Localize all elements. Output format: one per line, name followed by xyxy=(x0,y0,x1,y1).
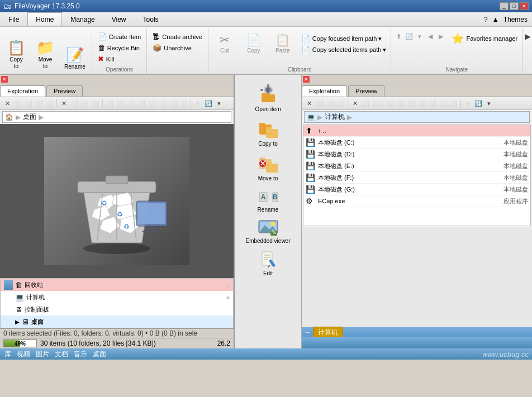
bottom-bar-item-photo[interactable]: 图片 xyxy=(36,350,49,359)
right-tb-b1[interactable]: ⬜ xyxy=(315,98,325,108)
left-tb-b3[interactable]: ⬜ xyxy=(34,98,44,108)
themes-button[interactable]: Themes xyxy=(504,16,528,23)
menu-home[interactable]: Home xyxy=(27,12,62,26)
right-tb-view7[interactable]: ⬜ xyxy=(449,98,459,108)
left-tb-view2[interactable]: ⬜ xyxy=(115,98,125,108)
move-to-mid-button[interactable]: ✕ Move to xyxy=(237,151,299,184)
nav-history-button[interactable]: ▾ xyxy=(415,31,425,41)
copy-to-mid-button[interactable]: → Copy to xyxy=(237,116,299,150)
left-crumb-desktop[interactable]: 桌面 xyxy=(23,112,36,122)
collapse-icon[interactable]: ▲ xyxy=(492,16,499,23)
list-item[interactable]: 💻 计算机 ≡ xyxy=(1,291,233,303)
right-tb-b4[interactable]: ⬜ xyxy=(360,98,370,108)
nav-up-button[interactable]: ⬆ xyxy=(393,31,403,41)
right-tb-x2[interactable]: ✕ xyxy=(350,98,360,108)
left-tb-up[interactable]: ↑ xyxy=(193,98,203,108)
copy-focused-path-button[interactable]: 📄 Copy focused item path ▾ xyxy=(299,34,389,44)
table-row[interactable]: 💾 本地磁盘 (E:) 本地磁盘 xyxy=(303,160,530,172)
kill-button[interactable]: ✖ Kill xyxy=(96,54,143,64)
create-item-button[interactable]: 📄 Create Item xyxy=(96,31,143,42)
right-tb-refresh[interactable]: 🔃 xyxy=(473,98,483,108)
nav-refresh-button[interactable]: 🔃 xyxy=(404,31,414,41)
right-nav-label[interactable]: 计算机 xyxy=(313,327,343,338)
move-to-button[interactable]: 📁 Moveto xyxy=(31,35,59,71)
left-tab-exploration[interactable]: Exploration xyxy=(0,85,45,97)
maximize-button[interactable]: □ xyxy=(510,2,519,10)
table-row[interactable]: 💾 本地磁盘 (F:) 本地磁盘 xyxy=(303,172,530,184)
right-crumb-computer[interactable]: 计算机 xyxy=(325,112,345,122)
right-tab-preview[interactable]: Preview xyxy=(348,85,384,97)
left-tb-b5[interactable]: ⬜ xyxy=(69,98,79,108)
rename-button[interactable]: 📝 Rename xyxy=(60,42,89,71)
copy-to-button[interactable]: 📋 Copyto xyxy=(2,35,30,71)
menu-view[interactable]: View xyxy=(103,12,135,26)
right-tab-exploration[interactable]: Exploration xyxy=(302,85,347,97)
copy-button[interactable]: 📄 Copy xyxy=(240,31,268,55)
ribbon-more-button[interactable]: ▶ xyxy=(522,31,532,41)
left-tab-preview[interactable]: Preview xyxy=(46,85,83,97)
left-tb-b4[interactable]: ⬜ xyxy=(45,98,55,108)
bottom-bar-item-library[interactable]: 库 xyxy=(4,350,11,359)
create-archive-button[interactable]: 🗜 Create archive xyxy=(150,31,205,42)
left-tb-view5[interactable]: ⬜ xyxy=(147,98,157,108)
embedded-viewer-button[interactable]: ✎ Embedded viewer xyxy=(237,217,299,247)
left-tb-view1[interactable]: ⬜ xyxy=(104,98,115,108)
nav-back-button[interactable]: ◀ xyxy=(425,31,435,41)
close-button[interactable]: ✕ xyxy=(520,2,529,10)
left-tb-hist[interactable]: ▾ xyxy=(214,98,224,108)
unarchive-button[interactable]: 📦 Unarchive xyxy=(150,42,205,53)
open-item-button[interactable]: Open item xyxy=(237,79,299,115)
left-tb-b6[interactable]: ⬜ xyxy=(80,98,90,108)
right-panel-close-icon[interactable]: ✕ xyxy=(303,76,310,83)
favorites-manager-button[interactable]: ⭐ Favorites manager xyxy=(449,31,520,46)
menu-manage[interactable]: Manage xyxy=(62,12,103,26)
help-icon[interactable]: ? xyxy=(484,16,488,23)
left-tb-view6[interactable]: ⬜ xyxy=(158,98,168,108)
menu-file[interactable]: File xyxy=(0,12,27,26)
copy-selected-path-button[interactable]: 📄 Copy selected items path ▾ xyxy=(299,45,389,55)
left-tb-view4[interactable]: ⬜ xyxy=(136,98,146,108)
list-item[interactable]: 🗑 回收站 ≡ xyxy=(1,279,233,291)
right-tb-up[interactable]: ↑ xyxy=(463,98,473,108)
left-tb-b2[interactable]: ⬜ xyxy=(23,98,34,108)
bottom-bar-item-docs[interactable]: 文档 xyxy=(55,350,68,359)
bottom-bar-item-video[interactable]: 视频 xyxy=(17,350,30,359)
table-row[interactable]: ⚙ ECap.exe 应用程序 xyxy=(303,195,530,207)
left-tb-view8[interactable]: ⬜ xyxy=(179,98,189,108)
right-tb-view4[interactable]: ⬜ xyxy=(417,98,427,108)
paste-button[interactable]: 📋 Paste xyxy=(269,31,297,55)
list-item[interactable]: 🖥 控制面板 xyxy=(1,303,233,315)
nav-forward-button[interactable]: ▶ xyxy=(436,31,446,41)
right-tb-x1[interactable]: ✕ xyxy=(304,98,314,108)
right-tb-b5[interactable]: ⬜ xyxy=(371,98,381,108)
left-tb-x1[interactable]: ✕ xyxy=(2,98,12,108)
table-row[interactable]: 💾 本地磁盘 (G:) 本地磁盘 xyxy=(303,184,530,195)
right-tb-view1[interactable]: ⬜ xyxy=(385,98,395,108)
right-tb-view5[interactable]: ⬜ xyxy=(428,98,438,108)
list-item[interactable]: ▶ 🖥 桌面 xyxy=(1,315,233,328)
bottom-bar-item-desktop[interactable]: 桌面 xyxy=(93,350,106,359)
table-row[interactable]: 💾 本地磁盘 (C:) 本地磁盘 xyxy=(303,137,530,149)
rename-mid-button[interactable]: A → B Rename xyxy=(237,185,299,216)
left-tb-b7[interactable]: ⬜ xyxy=(91,98,101,108)
recycle-bin-button[interactable]: 🗑 Recycle Bin xyxy=(96,42,143,53)
left-tb-b1[interactable]: ⬜ xyxy=(13,98,23,108)
right-tb-hist[interactable]: ▾ xyxy=(484,98,494,108)
table-row[interactable]: 💾 本地磁盘 (D:) 本地磁盘 xyxy=(303,149,530,160)
bottom-bar-item-music[interactable]: 音乐 xyxy=(74,350,87,359)
edit-button[interactable]: Edit xyxy=(237,248,299,279)
cut-button[interactable]: ✂ Cut xyxy=(211,31,239,55)
left-tb-refresh[interactable]: 🔃 xyxy=(203,98,213,108)
left-tb-x2[interactable]: ✕ xyxy=(59,98,69,108)
right-tb-view3[interactable]: ⬜ xyxy=(406,98,416,108)
right-tb-b2[interactable]: ⬜ xyxy=(325,98,335,108)
right-tb-view2[interactable]: ⬜ xyxy=(396,98,406,108)
right-tb-b3[interactable]: ⬜ xyxy=(336,98,346,108)
left-tb-view7[interactable]: ⬜ xyxy=(168,98,178,108)
table-row[interactable]: ⬆ ↑ .. xyxy=(303,125,530,137)
left-tb-view3[interactable]: ⬜ xyxy=(126,98,136,108)
menu-tools[interactable]: Tools xyxy=(135,12,167,26)
left-panel-close-icon[interactable]: ✕ xyxy=(1,76,8,83)
right-tb-view6[interactable]: ⬜ xyxy=(438,98,448,108)
minimize-button[interactable]: _ xyxy=(500,2,509,10)
